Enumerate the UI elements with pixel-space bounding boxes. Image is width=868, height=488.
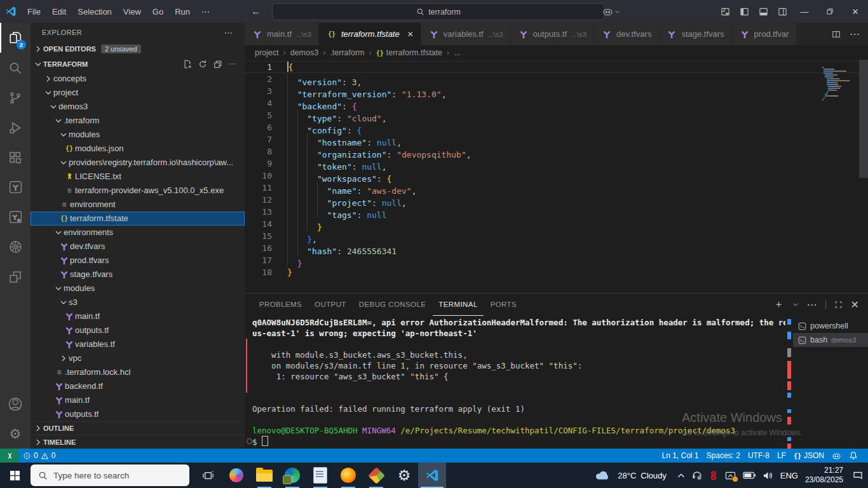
encoding[interactable]: UTF-8 (744, 449, 773, 463)
tab-outputs.tf[interactable]: outputs.tf...\s3 (511, 23, 594, 45)
tree-item-demos3[interactable]: demos3 (31, 100, 245, 114)
tree-item-modules[interactable]: modules (31, 128, 245, 142)
tree-item-main.tf[interactable]: main.tf (31, 393, 245, 407)
menu-item-go[interactable]: Go (147, 0, 169, 23)
back-button[interactable]: ← (251, 6, 261, 17)
taskbar-search-input[interactable]: Type here to search (31, 464, 189, 486)
taskbar-diagrams-icon[interactable] (362, 463, 390, 488)
tree-item-outputs.tf[interactable]: outputs.tf (31, 323, 245, 337)
input-language[interactable]: ENG (780, 471, 798, 480)
taskbar-settings-icon[interactable]: ⚙ (390, 463, 418, 488)
tab-terraform.tfstate[interactable]: {}terraform.tfstate✕ (319, 23, 421, 45)
restore-button[interactable] (817, 0, 843, 23)
clock[interactable]: 21:27 23/08/2025 (805, 466, 843, 485)
sidebar-more-icon[interactable]: ⋯ (224, 27, 233, 37)
tree-item-terraform.tfstate[interactable]: {}terraform.tfstate (31, 212, 245, 226)
activity-search-icon[interactable] (0, 53, 31, 83)
breadcrumb-item-.terraform[interactable]: .terraform (330, 48, 364, 57)
copilot-status-icon[interactable] (828, 449, 845, 463)
language-mode[interactable]: {} JSON (790, 449, 828, 463)
panel-tab-debug-console[interactable]: DEBUG CONSOLE (353, 294, 432, 316)
tree-item-modules.json[interactable]: {}modules.json (31, 142, 245, 156)
tree-item-environments[interactable]: environments (31, 226, 245, 240)
taskbar-file-explorer-icon[interactable] (250, 463, 278, 488)
code-editor[interactable]: 1{2"version": 3,3"terraform_version": "1… (245, 60, 868, 293)
tree-item-providers-registry.terraform.io-hashicorp-aw...[interactable]: providers\registry.terraform.io\hashicor… (31, 156, 245, 170)
tree-item-s3[interactable]: s3 (31, 295, 245, 309)
open-editors-section[interactable]: OPEN EDITORS 2 unsaved (31, 42, 245, 57)
indentation[interactable]: Spaces: 2 (703, 449, 744, 463)
terminal-instance-bash[interactable]: bashdemos3 (793, 333, 868, 347)
tree-item-vpc[interactable]: vpc (31, 351, 245, 365)
tree-item-.terraform[interactable]: .terraform (31, 114, 245, 128)
terminal-instance-powershell[interactable]: powershell (793, 319, 868, 333)
toggle-panel-icon[interactable] (754, 0, 773, 23)
menu-item-view[interactable]: View (118, 0, 147, 23)
customize-layout-icon[interactable] (715, 0, 735, 23)
menu-item-selection[interactable]: Selection (72, 0, 117, 23)
minimize-button[interactable]: — (792, 0, 817, 23)
tree-item-license.txt[interactable]: LICENSE.txt (31, 170, 245, 184)
panel-tab-problems[interactable]: PROBLEMS (254, 294, 308, 316)
activity-explorer-icon[interactable]: 2 (0, 23, 31, 53)
taskbar-notepad-icon[interactable] (306, 463, 334, 488)
breadcrumb-item-terraform.tfstate[interactable]: {}terraform.tfstate (376, 48, 442, 57)
editor-scrollbar[interactable] (859, 60, 868, 293)
taskbar-firefox-icon[interactable] (334, 463, 362, 488)
taskbar-edge-icon[interactable] (278, 463, 306, 488)
more-actions-icon[interactable]: ⋯ (229, 60, 236, 69)
new-file-icon[interactable] (183, 60, 192, 69)
taskbar-vscode-icon[interactable] (418, 463, 446, 488)
breadcrumb-item-project[interactable]: project (255, 48, 279, 57)
new-terminal-icon[interactable]: ＋ (774, 298, 784, 311)
weather-temp[interactable]: 28°C (618, 471, 636, 480)
timeline-section[interactable]: TIMELINE (31, 435, 245, 449)
tab-stage.tfvars[interactable]: stage.tfvars (659, 23, 731, 45)
activity-terraform-icon[interactable] (0, 172, 31, 202)
taskbar-copilot-icon[interactable] (222, 463, 250, 488)
terminal-dropdown-icon[interactable] (792, 301, 799, 308)
menu-item-edit[interactable]: Edit (46, 0, 72, 23)
tree-item-variables.tf[interactable]: variables.tf (31, 337, 245, 351)
volume-icon[interactable] (763, 471, 773, 480)
action-center-icon[interactable] (853, 470, 863, 480)
tree-item-prod.tfvars[interactable]: prod.tfvars (31, 254, 245, 268)
close-tab-icon[interactable]: ✕ (407, 30, 414, 39)
tree-item-terraform-provider-aws-v5.100.0-x5.exe[interactable]: ≡terraform-provider-aws_v5.100.0_x5.exe (31, 184, 245, 198)
collapse-folders-icon[interactable] (214, 60, 222, 69)
activity-terraform-cloud-icon[interactable] (0, 202, 31, 232)
tray-expand-icon[interactable] (677, 473, 685, 478)
maximize-panel-icon[interactable] (834, 301, 843, 309)
tab-main.tf[interactable]: main.tf...\s3 (245, 23, 319, 45)
toggle-secondary-sidebar-icon[interactable] (773, 0, 792, 23)
close-panel-icon[interactable]: ✕ (851, 299, 859, 311)
tree-item-stage.tfvars[interactable]: stage.tfvars (31, 268, 245, 281)
battery-icon[interactable] (743, 471, 756, 479)
audio-device-icon[interactable] (692, 470, 702, 480)
tree-item-.terraform.lock.hcl[interactable]: ≡.terraform.lock.hcl (31, 365, 245, 379)
tree-item-project[interactable]: project (31, 86, 245, 100)
panel-tab-terminal[interactable]: TERMINAL (433, 294, 483, 316)
menu-item-file[interactable]: File (22, 0, 46, 23)
tree-item-modules[interactable]: modules (31, 281, 245, 295)
copilot-menu-button[interactable] (602, 6, 620, 17)
refresh-icon[interactable] (198, 60, 207, 69)
outline-section[interactable]: OUTLINE (31, 421, 245, 435)
weather-cloud-icon[interactable] (594, 470, 611, 481)
problems-status[interactable]: 0 0 (19, 449, 59, 463)
eol-sequence[interactable]: LF (773, 449, 790, 463)
weather-condition[interactable]: Cloudy (641, 471, 666, 480)
notifications-bell-icon[interactable] (845, 449, 862, 463)
tree-item-outputs.tf[interactable]: outputs.tf (31, 407, 245, 421)
breadcrumb-item-demos3[interactable]: demos3 (290, 48, 318, 57)
root-folder-section[interactable]: TERRAFORM ⋯ (31, 57, 245, 72)
panel-more-icon[interactable]: ⋯ (807, 299, 817, 311)
activity-containers-icon[interactable] (0, 262, 31, 292)
editor-more-icon[interactable]: ⋯ (850, 28, 860, 40)
red-app-tray-icon[interactable] (709, 470, 718, 480)
activity-source-control-icon[interactable] (0, 83, 31, 112)
remote-indicator[interactable] (0, 449, 19, 463)
toggle-sidebar-icon[interactable] (735, 0, 754, 23)
menu-item-[interactable]: ⋯ (196, 0, 215, 23)
start-button[interactable] (0, 463, 29, 488)
